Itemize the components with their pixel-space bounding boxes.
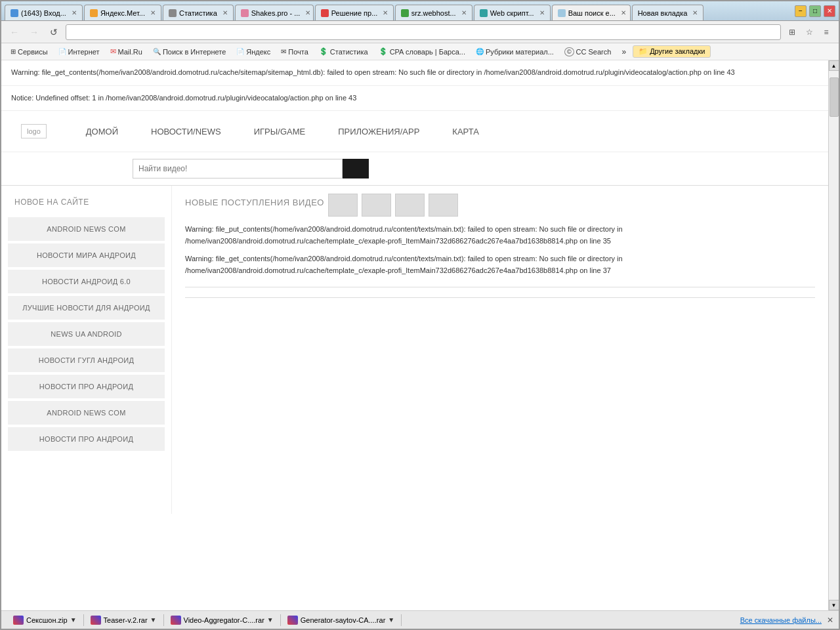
scrollbar-thumb[interactable] [830,77,839,117]
nav-novosti[interactable]: НОВОСТИ/NEWS [151,127,221,136]
tab-favicon [90,9,98,17]
bookmark-cpa[interactable]: 💲 CPA словарь | Барса... [375,46,469,57]
bookmark-star-icon[interactable]: ☆ [802,25,816,39]
tab-yandex-met[interactable]: Яндекс.Мет... ✕ [84,5,161,20]
dropdown-arrow-3[interactable]: ▼ [267,616,274,623]
tab-favicon [241,9,249,17]
nav-domoy[interactable]: ДОМОЙ [86,127,118,136]
back-button[interactable]: ← [7,24,22,40]
sidebar-item-android-news-2[interactable]: ANDROID NEWS COM [8,401,165,425]
bookmark-mailru[interactable]: ✉ Mail.Ru [106,46,146,57]
sidebar-item-luchshie[interactable]: ЛУЧШИЕ НОВОСТИ ДЛЯ АНДРОИД [8,296,165,320]
download-item-3[interactable]: Video-Aggregator-C....rar ▼ [164,614,281,626]
nav-prilojeniya[interactable]: ПРИЛОЖЕНИЯ/APP [338,127,419,136]
tab-new-tab[interactable]: Новая вкладка ✕ [632,5,704,20]
dropdown-arrow-1[interactable]: ▼ [70,616,77,623]
tab-reshenie[interactable]: Решение пр... ✕ [315,5,394,20]
scrollbar-track[interactable] [829,71,839,600]
bookmark-search[interactable]: 🔍 Поиск в Интернете [149,47,230,57]
tab-favicon [10,9,18,17]
download-icon-3 [171,616,181,625]
error-block-1: Warning: file_get_contents(/home/ivan200… [1,60,828,86]
close-button[interactable]: ✕ [824,5,835,17]
tabs-container: (1643) Вход... ✕ Яндекс.Мет... ✕ Статист… [5,1,789,20]
search-icon: 🔍 [153,48,161,55]
downloads-bar-close[interactable]: ✕ [827,616,833,625]
yandex-icon: 📄 [236,48,244,55]
thumb-4 [429,194,458,217]
sidebar-item-novosti-pro-2[interactable]: НОВОСТИ ПРО АНДРОИД [8,427,165,451]
bookmark-cc-search[interactable]: © CC Search [560,46,615,58]
all-downloads-link[interactable]: Все скачанные файлы... [740,616,822,624]
thumb-1 [328,194,358,217]
nav-icons: ⊞ ☆ ≡ [785,25,833,39]
dropdown-arrow-4[interactable]: ▼ [388,616,394,623]
site-content: Warning: file_get_contents(/home/ivan200… [1,60,828,514]
forward-button[interactable]: → [26,24,42,40]
page-content: Warning: file_get_contents(/home/ivan200… [1,60,828,610]
title-bar: (1643) Вход... ✕ Яндекс.Мет... ✕ Статист… [1,1,839,21]
sidebar-item-novosti-pro-1[interactable]: НОВОСТИ ПРО АНДРОИД [8,375,165,398]
pochta-icon: ✉ [281,48,286,55]
download-item-4[interactable]: Generator-saytov-CA....rar ▼ [281,614,402,626]
download-item-2[interactable]: Teaser-v.2.rar ▼ [84,614,164,626]
search-input[interactable] [133,159,343,178]
sidebar: НОВОЕ НА САЙТЕ ANDROID NEWS COM НОВОСТИ … [1,186,172,514]
translate-icon[interactable]: ⊞ [785,25,799,39]
sidebar-item-news-ua[interactable]: NEWS UA ANDROID [8,322,165,346]
section-header: НОВЫЕ ПОСТУПЛЕНИЯ ВИДЕО [185,192,815,217]
sidebar-item-novosti-gugla[interactable]: НОВОСТИ ГУГЛ АНДРОИД [8,348,165,372]
download-icon-2 [91,616,101,625]
bookmarks-bar: ⊞ Сервисы 📄 Интернет ✉ Mail.Ru 🔍 Поиск в… [1,43,839,60]
search-button[interactable] [343,159,369,178]
tab-favicon [401,9,409,17]
tab-1643[interactable]: (1643) Вход... ✕ [5,5,83,20]
thumb-2 [362,194,391,217]
cpa-icon: 💲 [379,47,388,56]
sidebar-item-android-news-1[interactable]: ANDROID NEWS COM [8,217,165,241]
sidebar-item-novosti-6[interactable]: НОВОСТИ АНДРОИД 6.0 [8,270,165,293]
search-row [1,152,828,186]
bookmark-pochta[interactable]: ✉ Почта [277,47,312,57]
error-block-2: Notice: Undefined offset: 1 in /home/iva… [1,86,828,112]
window-controls: − □ ✕ [789,5,835,17]
cc-icon: © [564,47,574,56]
nav-igry[interactable]: ИГРЫ/GAME [254,127,305,136]
tab-statistika[interactable]: Статистика ✕ [163,5,234,20]
site-logo: logo [21,124,47,138]
scroll-up-button[interactable]: ▲ [829,60,839,71]
site-header: logo ДОМОЙ НОВОСТИ/NEWS ИГРЫ/GAME ПРИЛОЖ… [1,111,828,152]
tab-favicon [169,9,177,17]
main-warning-2: Warning: file_get_contents(/home/ivan200… [185,253,815,276]
other-bookmarks-button[interactable]: 📁 Другие закладки [633,45,711,58]
mail-icon: ✉ [110,47,116,56]
page-area: Warning: file_get_contents(/home/ivan200… [1,60,839,610]
minimize-button[interactable]: − [795,5,807,17]
globe-icon: 🌐 [476,48,484,55]
tab-web-script[interactable]: Web скрипт... ✕ [474,5,551,20]
page-icon: 📄 [58,48,66,55]
sidebar-item-novosti-mira[interactable]: НОВОСТИ МИРА АНДРОИД [8,243,165,267]
nav-karta[interactable]: КАРТА [452,127,479,136]
tab-srz[interactable]: srz.webhost... ✕ [395,5,472,20]
menu-icon[interactable]: ≡ [819,25,833,39]
bookmark-servisy[interactable]: ⊞ Сервисы [7,47,52,57]
bookmark-rubrics[interactable]: 🌐 Рубрики материал... [472,47,558,57]
bookmark-yandex[interactable]: 📄 Яндекс [232,47,274,57]
tab-vash-poisk[interactable]: Ваш поиск е... ✕ [552,5,631,20]
thumb-3 [395,194,425,217]
bookmark-internet[interactable]: 📄 Интернет [54,47,104,57]
status-bar: Сексшон.zip ▼ Teaser-v.2.rar ▼ Video-Agg… [1,610,839,629]
bookmarks-more-button[interactable]: » [618,46,630,58]
separator-2 [185,297,815,298]
download-icon-1 [13,616,24,625]
tab-favicon [480,9,488,17]
address-bar[interactable]: android.domotrud.ru [66,24,781,40]
dropdown-arrow-2[interactable]: ▼ [150,616,157,623]
scroll-down-button[interactable]: ▼ [829,600,839,610]
maximize-button[interactable]: □ [809,5,821,17]
download-item-1[interactable]: Сексшон.zip ▼ [7,614,84,626]
bookmark-statistika[interactable]: 💲 Статистика [315,46,372,57]
refresh-button[interactable]: ↺ [46,24,62,40]
tab-shakes[interactable]: Shakes.pro - ... ✕ [235,5,314,20]
